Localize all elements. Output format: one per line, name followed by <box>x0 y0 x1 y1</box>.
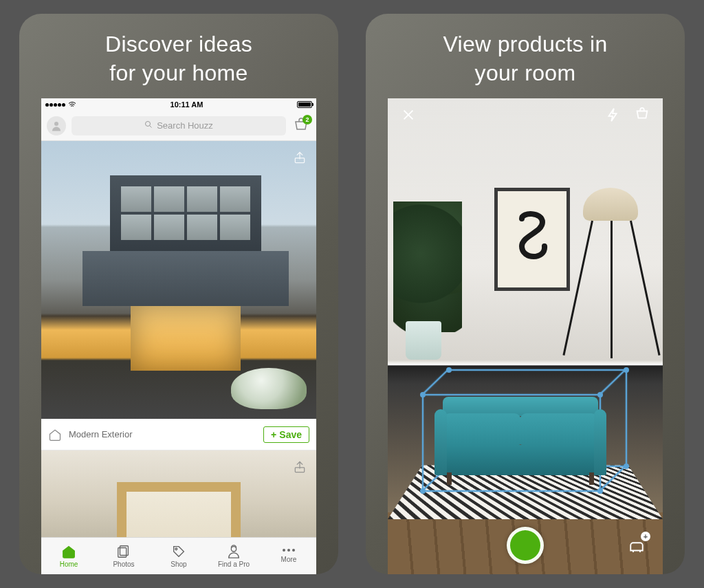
tab-label: Home <box>60 560 78 568</box>
tab-shop[interactable]: Shop <box>151 538 206 574</box>
tab-home[interactable]: Home <box>41 538 96 574</box>
svg-point-1 <box>146 122 151 127</box>
svg-point-0 <box>54 122 58 126</box>
title-line-1: View products in <box>443 32 607 56</box>
svg-point-8 <box>231 547 236 552</box>
feed[interactable]: Modern Exterior + Save <box>41 141 316 537</box>
ar-top-bar <box>388 98 663 131</box>
card-footer: Modern Exterior + Save <box>41 419 316 450</box>
cart-badge: 2 <box>302 115 312 124</box>
add-product-button[interactable]: + <box>624 533 649 558</box>
floor-lamp <box>564 188 653 367</box>
cart-button[interactable] <box>634 107 650 123</box>
tab-more[interactable]: More <box>261 538 316 574</box>
svg-point-7 <box>175 548 177 550</box>
panel-title: View products in your room <box>443 30 607 87</box>
room-plant <box>393 202 462 360</box>
phone-screen-ar: + <box>388 98 663 574</box>
promo-panel-discover: Discover ideas for your home 10:11 AM Se… <box>19 14 338 574</box>
tab-label: Shop <box>170 560 186 568</box>
title-line-1: Discover ideas <box>105 32 252 56</box>
title-line-2: for your home <box>109 61 248 85</box>
title-line-2: your room <box>475 61 576 85</box>
battery-icon <box>297 101 312 108</box>
search-icon <box>144 120 153 131</box>
tab-label: Find a Pro <box>218 560 250 568</box>
search-input[interactable]: Search Houzz <box>72 116 286 135</box>
save-label: Save <box>279 429 302 440</box>
category-icon <box>48 428 62 442</box>
tab-find-a-pro[interactable]: Find a Pro <box>206 538 261 574</box>
share-button[interactable] <box>290 148 309 167</box>
feed-card-partial[interactable] <box>41 450 316 537</box>
flash-button[interactable] <box>605 107 622 123</box>
search-placeholder: Search Houzz <box>157 120 213 131</box>
phone-screen-home: 10:11 AM Search Houzz 2 <box>41 98 316 574</box>
card-image[interactable] <box>41 141 316 419</box>
status-time: 10:11 AM <box>170 100 204 109</box>
profile-avatar[interactable] <box>47 116 66 135</box>
feed-card[interactable]: Modern Exterior + Save <box>41 141 316 450</box>
close-button[interactable] <box>400 107 417 123</box>
ar-footer: + <box>388 522 663 569</box>
signal-icon <box>45 103 65 107</box>
tab-bar: Home Photos Shop Find a Pro More <box>41 537 316 574</box>
tab-photos[interactable]: Photos <box>96 538 151 574</box>
panel-title: Discover ideas for your home <box>105 30 252 87</box>
capture-button[interactable] <box>507 527 544 564</box>
cart-button[interactable]: 2 <box>292 116 311 135</box>
promo-panel-ar: View products in your room <box>366 14 685 574</box>
status-bar: 10:11 AM <box>41 98 316 111</box>
ar-product-sofa[interactable] <box>436 393 605 485</box>
plus-icon: + <box>271 429 276 440</box>
share-button[interactable] <box>290 457 309 477</box>
save-button[interactable]: + Save <box>263 426 309 443</box>
plus-icon: + <box>641 532 650 541</box>
category-label[interactable]: Modern Exterior <box>69 429 256 439</box>
wall-art <box>494 188 570 291</box>
svg-line-2 <box>150 126 152 128</box>
tab-label: Photos <box>113 560 134 568</box>
wifi-icon <box>68 101 76 108</box>
nav-bar: Search Houzz 2 <box>41 111 316 141</box>
tab-label: More <box>281 556 297 563</box>
more-icon <box>283 549 295 552</box>
